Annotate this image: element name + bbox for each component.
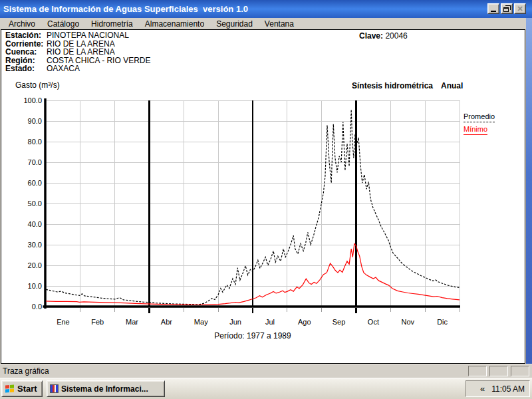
- start-button[interactable]: Start: [1, 380, 43, 397]
- system-tray: « 11:05 AM: [466, 380, 530, 397]
- taskbar-task-sistema[interactable]: Sistema de Informaci...: [47, 380, 165, 397]
- svg-text:Ene: Ene: [57, 318, 70, 326]
- window-titlebar[interactable]: Sistema de Información de Aguas Superfic…: [0, 0, 532, 18]
- station-field-label: Cuenca:: [5, 48, 47, 57]
- task-button-label: Sistema de Informaci...: [61, 384, 148, 394]
- tray-collapse-icon[interactable]: «: [480, 384, 485, 393]
- chart-header: Síntesis hidrométrica Anual: [352, 81, 463, 90]
- station-field-label: Estado:: [5, 65, 47, 73]
- svg-text:May: May: [194, 318, 208, 326]
- svg-text:Feb: Feb: [91, 318, 104, 326]
- traza-grafica-window: Estación:PINOTEPA NACIONALCorriente:RIO …: [1, 29, 525, 364]
- svg-text:0.0: 0.0: [32, 303, 42, 311]
- chart-area: 0.010.020.030.040.050.060.070.080.090.01…: [1, 94, 506, 356]
- clave-value: 20046: [385, 31, 407, 41]
- desktop-background-strip: [526, 18, 532, 364]
- svg-text:70.0: 70.0: [28, 158, 42, 166]
- svg-text:90.0: 90.0: [28, 117, 42, 125]
- station-info-row: Estado:OAXACA: [5, 65, 150, 73]
- svg-text:40.0: 40.0: [28, 220, 42, 228]
- svg-text:Sep: Sep: [332, 318, 346, 326]
- close-icon: ✕: [517, 5, 523, 13]
- status-panel: [511, 366, 529, 376]
- svg-text:50.0: 50.0: [28, 200, 42, 207]
- status-panel: [489, 366, 508, 376]
- svg-text:20.0: 20.0: [28, 261, 42, 269]
- menu-item-seguridad[interactable]: Seguridad: [210, 19, 259, 29]
- menu-item-hidrometria[interactable]: Hidrometría: [85, 19, 139, 29]
- desktop: Sistema de Información de Aguas Superfic…: [0, 0, 532, 399]
- menu-item-ventana[interactable]: Ventana: [259, 19, 300, 29]
- menu-item-archivo[interactable]: Archivo: [3, 19, 41, 29]
- station-field-value: OAXACA: [47, 64, 80, 73]
- status-panel: [468, 366, 487, 376]
- chart-header-title: Síntesis hidrométrica: [352, 81, 433, 90]
- restore-icon: [503, 7, 509, 12]
- station-info: Estación:PINOTEPA NACIONALCorriente:RIO …: [5, 31, 150, 73]
- station-clave: Clave: 20046: [359, 31, 408, 41]
- svg-text:30.0: 30.0: [28, 241, 42, 249]
- svg-text:Abr: Abr: [161, 318, 172, 326]
- menu-item-almacenamiento[interactable]: Almacenamiento: [139, 19, 210, 29]
- chart-y-axis-title: Gasto (m³/s): [15, 80, 60, 90]
- menu-bar: ArchivoCatálogoHidrometríaAlmacenamiento…: [0, 18, 532, 29]
- svg-text:Período: 1977 a 1989: Período: 1977 a 1989: [214, 331, 291, 340]
- svg-text:Jun: Jun: [229, 318, 241, 326]
- close-button[interactable]: ✕: [514, 3, 526, 14]
- legend-entry-minimo: Mínimo: [464, 125, 495, 133]
- svg-text:Dic: Dic: [437, 318, 448, 326]
- svg-text:Jul: Jul: [265, 318, 275, 326]
- menu-item-catalogo[interactable]: Catálogo: [41, 19, 85, 29]
- taskbar: Start Sistema de Informaci... « 11:05 AM: [0, 378, 532, 399]
- svg-text:Oct: Oct: [368, 318, 379, 326]
- legend-entry-promedio: Promedio: [464, 112, 495, 120]
- svg-text:Ago: Ago: [298, 318, 311, 326]
- minimize-button[interactable]: [487, 3, 499, 14]
- svg-text:80.0: 80.0: [28, 138, 42, 146]
- minimize-icon: [491, 11, 496, 12]
- restore-button[interactable]: [501, 3, 513, 14]
- window-title: Sistema de Información de Aguas Superfic…: [0, 4, 248, 14]
- svg-text:100.0: 100.0: [23, 96, 42, 104]
- hydrograph-chart: 0.010.020.030.040.050.060.070.080.090.01…: [1, 94, 506, 356]
- start-button-label: Start: [17, 384, 37, 394]
- app-icon: [50, 384, 59, 393]
- status-panels: [468, 366, 529, 376]
- clave-label: Clave:: [359, 31, 383, 41]
- svg-text:10.0: 10.0: [28, 282, 42, 290]
- svg-text:60.0: 60.0: [28, 179, 42, 187]
- status-bar: Traza gráfica: [0, 364, 532, 378]
- chart-header-mode: Anual: [441, 81, 463, 90]
- window-controls: ✕: [486, 3, 526, 14]
- chart-legend: PromedioMínimo: [464, 112, 495, 138]
- station-field-label: Estación:: [5, 31, 47, 40]
- windows-logo-icon: [5, 384, 15, 393]
- tray-clock[interactable]: 11:05 AM: [491, 384, 525, 394]
- svg-text:Mar: Mar: [126, 318, 138, 326]
- svg-text:Nov: Nov: [401, 318, 414, 326]
- status-text: Traza gráfica: [3, 366, 49, 376]
